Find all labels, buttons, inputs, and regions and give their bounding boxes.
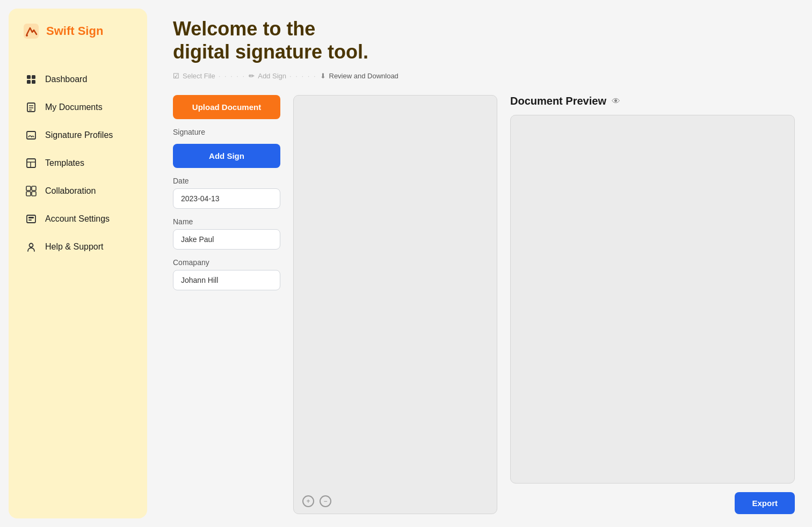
- add-sign-button[interactable]: Add Sign: [173, 144, 280, 168]
- logo-text: Swift Sign: [46, 24, 103, 38]
- svg-rect-17: [32, 192, 36, 196]
- signature-profiles-icon: [25, 129, 38, 142]
- sidebar-item-templates[interactable]: Templates: [17, 150, 139, 176]
- svg-rect-5: [32, 80, 35, 84]
- dashboard-icon: [25, 73, 38, 86]
- logo: Swift Sign: [17, 21, 139, 41]
- templates-label: Templates: [45, 158, 84, 168]
- sidebar-item-dashboard[interactable]: Dashboard: [17, 67, 139, 92]
- name-label: Name: [173, 217, 280, 226]
- svg-point-1: [26, 34, 28, 36]
- name-field-group: Name: [173, 217, 280, 250]
- select-file-icon: ☑: [173, 72, 179, 80]
- sidebar: Swift Sign Dashboard: [9, 9, 147, 518]
- svg-rect-19: [28, 217, 34, 218]
- help-support-label: Help & Support: [45, 242, 104, 252]
- name-input[interactable]: [173, 229, 280, 250]
- breadcrumb-step2: Add Sign: [258, 72, 286, 80]
- svg-rect-2: [27, 75, 31, 79]
- svg-rect-15: [32, 186, 36, 191]
- company-field-group: Comapany: [173, 258, 280, 290]
- left-panel: Upload Document Signature Add Sign Date …: [173, 95, 280, 514]
- zoom-out-button[interactable]: −: [320, 495, 331, 507]
- page-title-line2: digital signature tool.: [173, 41, 368, 63]
- dashboard-label: Dashboard: [45, 75, 87, 84]
- page-title: Welcome to the digital signature tool.: [173, 17, 795, 63]
- templates-icon: [25, 157, 38, 170]
- sidebar-item-collaboration[interactable]: Collaboration: [17, 178, 139, 204]
- date-label: Date: [173, 177, 280, 185]
- sidebar-nav: Dashboard My Documents Signature Pro: [17, 67, 139, 260]
- svg-point-21: [30, 244, 33, 247]
- svg-rect-20: [28, 219, 32, 221]
- svg-rect-11: [27, 159, 35, 167]
- account-settings-label: Account Settings: [45, 214, 110, 224]
- breadcrumb-step3: Review and Download: [329, 72, 398, 80]
- sidebar-item-account-settings[interactable]: Account Settings: [17, 206, 139, 232]
- logo-sign: Sign: [78, 24, 104, 38]
- signature-label: Signature: [173, 128, 280, 136]
- sidebar-item-my-documents[interactable]: My Documents: [17, 94, 139, 120]
- svg-rect-16: [26, 192, 31, 196]
- collaboration-icon: [25, 185, 38, 197]
- preview-document: [510, 115, 795, 484]
- right-panel: Document Preview 👁 Export: [510, 95, 795, 514]
- account-settings-icon: [25, 213, 38, 225]
- review-icon: ⬇: [320, 72, 326, 80]
- sidebar-item-help-support[interactable]: Help & Support: [17, 234, 139, 260]
- date-input[interactable]: [173, 188, 280, 209]
- export-button[interactable]: Export: [735, 492, 795, 514]
- preview-title: Document Preview: [510, 95, 606, 107]
- svg-rect-14: [26, 186, 31, 191]
- date-field-group: Date: [173, 177, 280, 209]
- svg-rect-10: [27, 131, 35, 139]
- breadcrumb: ☑ Select File · · · · · ✏ Add Sign · · ·…: [173, 72, 795, 80]
- breadcrumb-step1: Select File: [183, 72, 215, 80]
- svg-rect-4: [27, 80, 31, 84]
- signature-section: Signature Add Sign: [173, 128, 280, 168]
- main-content: Welcome to the digital signature tool. ☑…: [156, 0, 812, 527]
- my-documents-icon: [25, 101, 38, 114]
- content-area: Upload Document Signature Add Sign Date …: [173, 95, 795, 514]
- add-sign-icon: ✏: [249, 72, 255, 80]
- eye-icon: 👁: [612, 97, 620, 106]
- document-area: + −: [293, 95, 497, 514]
- breadcrumb-dots-2: · · · · ·: [289, 72, 317, 80]
- collaboration-label: Collaboration: [45, 186, 96, 196]
- zoom-in-button[interactable]: +: [302, 495, 314, 507]
- breadcrumb-dots-1: · · · · ·: [219, 72, 246, 80]
- signature-profiles-label: Signature Profiles: [45, 130, 113, 140]
- logo-swift: Swift: [46, 24, 75, 38]
- svg-rect-18: [27, 215, 35, 223]
- my-documents-label: My Documents: [45, 103, 103, 112]
- company-input[interactable]: [173, 270, 280, 290]
- export-area: Export: [510, 492, 795, 514]
- help-support-icon: [25, 240, 38, 253]
- zoom-controls: + −: [302, 495, 331, 507]
- preview-header: Document Preview 👁: [510, 95, 795, 107]
- page-title-line1: Welcome to the: [173, 18, 315, 40]
- sidebar-item-signature-profiles[interactable]: Signature Profiles: [17, 122, 139, 148]
- upload-document-button[interactable]: Upload Document: [173, 95, 280, 119]
- company-label: Comapany: [173, 258, 280, 267]
- logo-icon: [21, 21, 41, 41]
- svg-rect-3: [32, 75, 35, 79]
